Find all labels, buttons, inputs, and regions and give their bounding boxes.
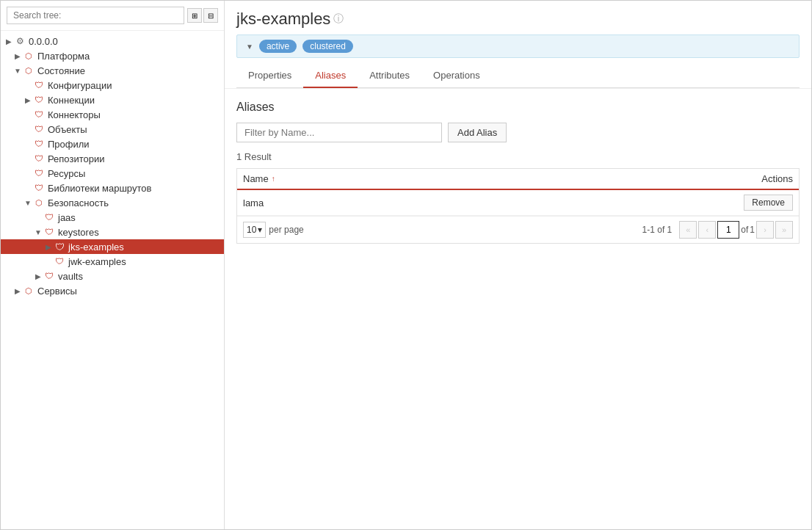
shield-icon-connections: 🛡 bbox=[33, 94, 45, 106]
tree-item-routelibs[interactable]: 🛡 Библиотеки маршрутов bbox=[1, 181, 224, 195]
col-header-name[interactable]: Name ↑ bbox=[243, 173, 719, 184]
tree-item-objects[interactable]: 🛡 Объекты bbox=[1, 122, 224, 137]
tree-label-repos: Репозитории bbox=[48, 153, 104, 164]
tree-item-platform[interactable]: ▶ ⬡ Платформа bbox=[1, 48, 224, 63]
search-input[interactable] bbox=[7, 7, 184, 24]
tree-label-connections: Коннекции bbox=[48, 95, 95, 106]
shield-icon-repos: 🛡 bbox=[33, 153, 45, 164]
first-page-button[interactable]: « bbox=[679, 221, 697, 239]
chevron-vaults: ▶ bbox=[33, 272, 43, 280]
cube-icon-platform: ⬡ bbox=[23, 50, 35, 62]
status-bar: ▼ active clustered bbox=[236, 35, 800, 58]
table-header: Name ↑ Actions bbox=[237, 169, 799, 190]
tree-label-routelibs: Библиотеки маршрутов bbox=[48, 183, 151, 194]
tree-item-jaas[interactable]: 🛡 jaas bbox=[1, 210, 224, 225]
chevron-security: ▼ bbox=[23, 199, 33, 207]
shield-icon-resources: 🛡 bbox=[33, 167, 45, 179]
pagination-per-page: 10 ▾ per page bbox=[243, 222, 310, 238]
page-title-text: jks-examples bbox=[236, 10, 330, 29]
alias-actions-cell: Remove bbox=[719, 195, 793, 211]
filter-name-input[interactable] bbox=[236, 123, 442, 142]
shield-icon-jks-examples: 🛡 bbox=[54, 241, 65, 253]
tree-label-services: Сервисы bbox=[37, 286, 77, 297]
chevron-platform: ▶ bbox=[12, 52, 23, 60]
sort-asc-icon: ↑ bbox=[272, 175, 275, 183]
sidebar-tree: ▶ ⚙ 0.0.0.0 ▶ ⬡ Платформа ▼ ⬡ Состояние … bbox=[1, 31, 224, 529]
tree-item-resources[interactable]: 🛡 Ресурсы bbox=[1, 166, 224, 181]
badge-clustered: clustered bbox=[302, 40, 353, 53]
per-page-chevron-icon: ▾ bbox=[258, 225, 262, 235]
tree-item-jks-examples[interactable]: ▶ 🛡 jks-examples bbox=[1, 239, 224, 254]
tree-item-profiles[interactable]: 🛡 Профили bbox=[1, 137, 224, 151]
tree-label-resources: Ресурсы bbox=[48, 168, 85, 179]
page-number-input[interactable] bbox=[717, 221, 739, 239]
tree-item-services[interactable]: ▶ ⬡ Сервисы bbox=[1, 283, 224, 298]
col-header-actions: Actions bbox=[719, 173, 793, 184]
chevron-keystores: ▼ bbox=[33, 228, 43, 236]
shield-icon-connectors: 🛡 bbox=[33, 109, 45, 120]
cube-icon-services: ⬡ bbox=[23, 285, 35, 297]
aliases-table: Name ↑ Actions lama Remove 10 ▾ bbox=[236, 168, 800, 244]
tree-item-jwk-examples[interactable]: 🛡 jwk-examples bbox=[1, 254, 224, 269]
chevron-connections: ▶ bbox=[23, 96, 33, 104]
tree-item-vaults[interactable]: ▶ 🛡 vaults bbox=[1, 269, 224, 283]
tree-item-repos[interactable]: 🛡 Репозитории bbox=[1, 151, 224, 166]
sidebar-search-bar: ⊞ ⊟ bbox=[1, 1, 224, 31]
tree-item-state[interactable]: ▼ ⬡ Состояние bbox=[1, 63, 224, 78]
tree-label-connectors: Коннекторы bbox=[48, 109, 101, 120]
tree-item-config[interactable]: ▶ 🛡 Конфигурации bbox=[1, 78, 224, 92]
shield-icon-routelibs: 🛡 bbox=[33, 182, 45, 194]
tree-item-connections[interactable]: ▶ 🛡 Коннекции bbox=[1, 92, 224, 107]
info-icon[interactable]: ⓘ bbox=[333, 12, 344, 26]
tab-attributes[interactable]: Attributes bbox=[358, 64, 421, 88]
aliases-section-title: Aliases bbox=[236, 101, 800, 114]
next-page-button[interactable]: › bbox=[756, 221, 774, 239]
tree-item-connectors[interactable]: 🛡 Коннекторы bbox=[1, 107, 224, 122]
status-chevron-icon[interactable]: ▼ bbox=[246, 43, 253, 51]
main-content: jks-examples ⓘ ▼ active clustered Proper… bbox=[225, 1, 811, 529]
tab-properties[interactable]: Properties bbox=[236, 64, 303, 88]
shield-icon-config: 🛡 bbox=[33, 79, 45, 91]
page-range-info: 1-1 of 1 bbox=[642, 225, 673, 235]
tree-label-state: Состояние bbox=[37, 65, 85, 76]
tree-label-vaults: vaults bbox=[58, 271, 83, 282]
per-page-label: per page bbox=[269, 225, 303, 235]
shield-icon-jaas: 🛡 bbox=[43, 211, 55, 223]
collapse-all-button[interactable]: ⊟ bbox=[203, 8, 218, 23]
tab-aliases[interactable]: Aliases bbox=[303, 64, 358, 88]
sidebar-search-icons: ⊞ ⊟ bbox=[187, 8, 218, 23]
per-page-select[interactable]: 10 ▾ bbox=[243, 222, 266, 238]
tree-item-root[interactable]: ▶ ⚙ 0.0.0.0 bbox=[1, 34, 224, 48]
remove-alias-button[interactable]: Remove bbox=[744, 195, 793, 211]
cube-icon-state: ⬡ bbox=[23, 65, 35, 76]
last-page-button[interactable]: » bbox=[775, 221, 793, 239]
chevron-services: ▶ bbox=[12, 287, 23, 295]
cube-icon-security: ⬡ bbox=[33, 197, 45, 208]
page-header: jks-examples ⓘ ▼ active clustered Proper… bbox=[225, 1, 811, 89]
tab-operations[interactable]: Operations bbox=[421, 64, 492, 88]
tree-label-root: 0.0.0.0 bbox=[29, 36, 58, 47]
gear-icon: ⚙ bbox=[14, 35, 26, 47]
page-of-label: of bbox=[741, 225, 748, 235]
pagination: 10 ▾ per page 1-1 of 1 « ‹ of 1 › » bbox=[237, 216, 799, 243]
alias-name-cell: lama bbox=[243, 197, 719, 208]
tree-item-keystores[interactable]: ▼ 🛡 keystores bbox=[1, 225, 224, 239]
tree-item-security[interactable]: ▼ ⬡ Безопасность bbox=[1, 195, 224, 210]
sidebar: ⊞ ⊟ ▶ ⚙ 0.0.0.0 ▶ ⬡ Платформа ▼ ⬡ Состоя… bbox=[1, 1, 225, 529]
total-pages-label: 1 bbox=[750, 225, 755, 235]
tree-label-security: Безопасность bbox=[48, 197, 109, 208]
tree-label-keystores: keystores bbox=[58, 227, 99, 238]
prev-page-button[interactable]: ‹ bbox=[698, 221, 716, 239]
tree-label-platform: Платформа bbox=[37, 51, 90, 62]
add-alias-button[interactable]: Add Alias bbox=[448, 123, 507, 142]
tree-label-jaas: jaas bbox=[58, 212, 76, 223]
table-row: lama Remove bbox=[237, 190, 799, 216]
pagination-controls: 1-1 of 1 « ‹ of 1 › » bbox=[637, 221, 793, 239]
tab-content-aliases: Aliases Add Alias 1 Result Name ↑ Action… bbox=[225, 89, 811, 529]
tree-label-profiles: Профили bbox=[48, 139, 90, 150]
col-name-label: Name bbox=[243, 173, 269, 184]
tree-label-objects: Объекты bbox=[48, 124, 87, 135]
expand-all-button[interactable]: ⊞ bbox=[187, 8, 202, 23]
tree-label-jks-examples: jks-examples bbox=[68, 242, 124, 253]
tree-label-jwk-examples: jwk-examples bbox=[68, 256, 126, 267]
